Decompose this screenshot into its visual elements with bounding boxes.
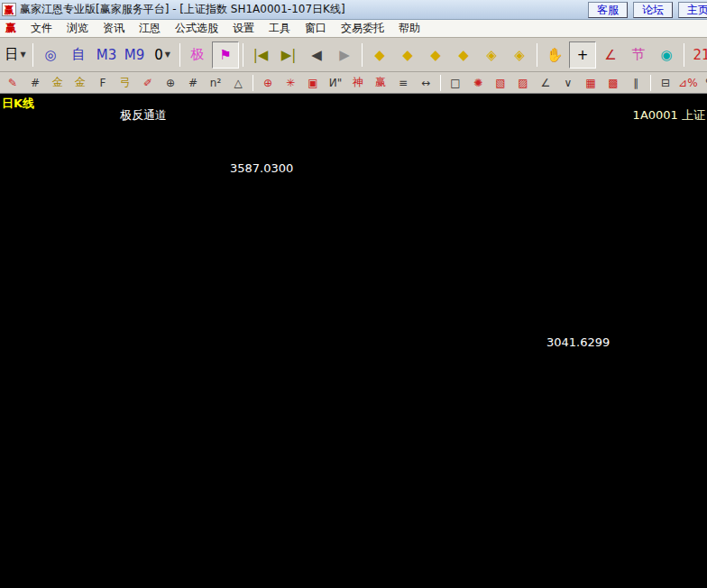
titlebar-button-2[interactable]: 论坛 — [633, 2, 673, 18]
diamond-grow-button[interactable]: ◈ — [506, 41, 533, 69]
h-ruler-button[interactable]: ↔ — [415, 73, 436, 92]
rays-button[interactable]: ✺ — [467, 73, 489, 92]
brain-button[interactable]: ◉ — [653, 41, 680, 69]
trend-percent-button[interactable]: ⊿% — [677, 73, 699, 92]
calendar-button[interactable]: 21 — [688, 41, 707, 69]
gold-tool-button[interactable]: 金 — [47, 73, 69, 92]
pen-button[interactable]: ✎ — [2, 73, 23, 92]
f-grid-button[interactable]: F — [92, 73, 114, 92]
gold-tool2-button[interactable]: 金 — [69, 73, 91, 92]
fan-icon: ▧ — [495, 77, 505, 89]
menu-bar: 赢 文件浏览资讯江恩公式选股设置工具窗口交易委托帮助 — [0, 20, 707, 38]
menu-item-帮助[interactable]: 帮助 — [391, 19, 427, 38]
vlines-button[interactable]: ∨ — [557, 73, 579, 92]
prev-bar-button[interactable]: ◀ — [303, 41, 330, 69]
menu-item-交易委托[interactable]: 交易委托 — [334, 19, 391, 38]
value-spinner-button[interactable]: 0▼ — [149, 41, 176, 69]
pink-node-icon: 节 — [632, 46, 646, 63]
slash-lines-button[interactable]: ∥ — [625, 73, 647, 92]
titlebar-button-1[interactable]: 客服 — [588, 2, 628, 18]
pen2-button[interactable]: ✐ — [137, 73, 159, 92]
first-bar-button[interactable]: |◀ — [247, 41, 274, 69]
hand-pan-button[interactable]: ✋ — [541, 41, 568, 69]
chart-canvas[interactable] — [0, 94, 707, 588]
diamond-h-icon: ◆ — [374, 47, 385, 63]
gann-pink-button[interactable]: 极 — [184, 41, 211, 69]
titlebar-buttons: 客服论坛主页 — [588, 2, 707, 18]
angle-tool-button[interactable]: ∠ — [597, 41, 624, 69]
red-box-button[interactable]: ▣ — [302, 73, 324, 92]
menu-item-公式选股[interactable]: 公式选股 — [168, 19, 225, 38]
shen-button[interactable]: 神 — [347, 73, 369, 92]
calendar-icon: 21 — [693, 47, 707, 63]
diamond-grow-icon: ◈ — [514, 47, 525, 63]
wave-9-icon: M9 — [124, 47, 145, 63]
menu-item-资讯[interactable]: 资讯 — [96, 19, 132, 38]
shen-icon: 神 — [353, 75, 363, 90]
diamond-4way-button[interactable]: ◆ — [422, 41, 449, 69]
ying-button[interactable]: 赢 — [370, 73, 391, 92]
diamond-shrink-icon: ◈ — [486, 47, 497, 63]
h-ruler-icon: ↔ — [421, 77, 430, 89]
grid4-button[interactable]: ▩ — [602, 73, 624, 92]
menu-item-设置[interactable]: 设置 — [225, 19, 262, 38]
last-bar-button[interactable]: ▶| — [275, 41, 302, 69]
main-toolbar: 日▼◎自M3M90▼极⚑|◀▶|◀▶◆◆◆◆◈◈✋+∠节◉21▦▤▣✉▢ — [0, 38, 707, 72]
red-crosshair-icon: ⊕ — [263, 77, 272, 89]
next-bar-icon: ▶ — [339, 47, 350, 63]
percent-button[interactable]: % — [700, 73, 707, 92]
red-star-button[interactable]: ✳ — [280, 73, 301, 92]
next-bar-button[interactable]: ▶ — [331, 41, 358, 69]
f-grid-icon: F — [100, 77, 106, 89]
menu-item-工具[interactable]: 工具 — [262, 19, 298, 38]
n-quote-icon: И" — [329, 77, 343, 89]
red-crosshair-button[interactable]: ⊕ — [257, 73, 279, 92]
compass-button[interactable]: ⊕ — [160, 73, 181, 92]
menu-item-文件[interactable]: 文件 — [23, 19, 60, 38]
ruler-grid-button[interactable]: # — [24, 73, 46, 92]
wave-9-button[interactable]: M9 — [121, 41, 148, 69]
grid3-button[interactable]: ▦ — [580, 73, 601, 92]
value-spinner: 0 — [154, 47, 163, 63]
menu-item-江恩[interactable]: 江恩 — [132, 19, 168, 38]
menu-item-窗口[interactable]: 窗口 — [298, 19, 334, 38]
box-rays-button[interactable]: ▨ — [512, 73, 534, 92]
diamond-v-button[interactable]: ◆ — [394, 41, 421, 69]
flag-indicator-icon: ⚑ — [219, 47, 231, 63]
crosshair-button[interactable]: + — [569, 41, 596, 69]
titlebar-button-3[interactable]: 主页 — [678, 2, 707, 18]
box-rays-icon: ▨ — [518, 77, 528, 89]
period-day-dropdown-button[interactable]: 日▼ — [2, 41, 29, 69]
gold-tool2-icon: 金 — [75, 75, 86, 90]
prev-bar-icon: ◀ — [311, 47, 322, 63]
bow-button[interactable]: 弓 — [115, 73, 136, 92]
angle2-button[interactable]: ∠ — [535, 73, 556, 92]
ruler123-icon: ≡ — [399, 77, 408, 89]
curve-draw-button[interactable]: ◎ — [37, 41, 64, 69]
diamond-shrink-button[interactable]: ◈ — [478, 41, 505, 69]
toolbar-separator — [650, 75, 651, 91]
first-bar-icon: |◀ — [253, 47, 269, 63]
app-logo-icon: 赢 — [2, 3, 16, 16]
diamond-star-button[interactable]: ◆ — [450, 41, 477, 69]
scale-ruler-button[interactable]: ⊟ — [655, 73, 676, 92]
scale-ruler-icon: ⊟ — [661, 77, 670, 89]
curve-draw-icon: ◎ — [44, 47, 56, 63]
toolbar-separator — [440, 75, 441, 91]
ruler123-button[interactable]: ≡ — [392, 73, 414, 92]
n2-button[interactable]: n² — [205, 73, 226, 92]
triangle-button[interactable]: △ — [227, 73, 249, 92]
n-quote-button[interactable]: И" — [325, 73, 346, 92]
pink-node-button[interactable]: 节 — [625, 41, 652, 69]
rect-tool-button[interactable]: □ — [445, 73, 466, 92]
info-panel-button[interactable]: 自 — [65, 41, 92, 69]
drawing-toolbar: ✎#金金F弓✐⊕#n²△⊕✳▣И"神赢≡↔□✺▧▨∠∨▦▩∥⊟⊿%%%-金 — [0, 72, 707, 94]
red-box-icon: ▣ — [308, 77, 317, 89]
menu-item-浏览[interactable]: 浏览 — [60, 19, 96, 38]
grid2-button[interactable]: # — [182, 73, 204, 92]
info-panel-icon: 自 — [72, 46, 86, 63]
diamond-h-button[interactable]: ◆ — [366, 41, 393, 69]
flag-indicator-button[interactable]: ⚑ — [212, 41, 239, 69]
wave-3-button[interactable]: M3 — [93, 41, 120, 69]
fan-button[interactable]: ▧ — [490, 73, 511, 92]
